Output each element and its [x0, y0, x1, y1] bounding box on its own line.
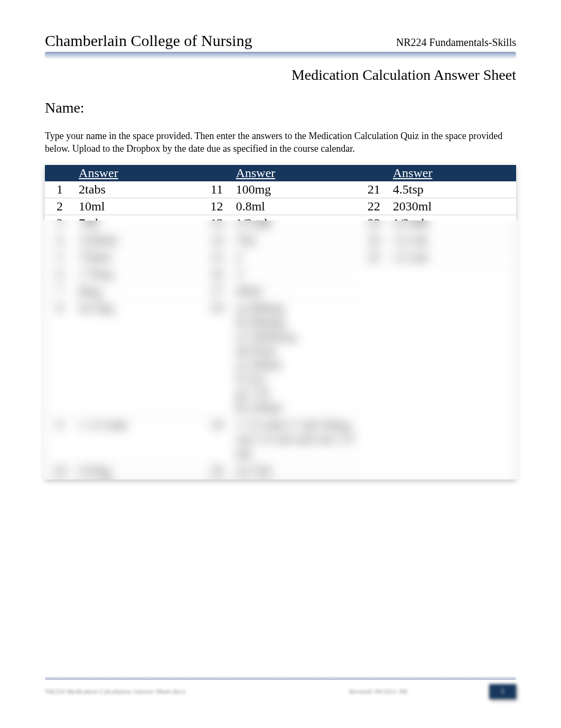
- header-blank-2: [202, 165, 231, 181]
- answer-number: 10: [45, 462, 74, 478]
- answer-table: Answer Answer Answer 12tabs11100mg214.5t…: [45, 165, 516, 479]
- answer-number: 16: [202, 265, 231, 282]
- table-row: 100.5mg2022.7ml: [45, 462, 516, 478]
- answer-value: [389, 462, 516, 478]
- college-name: Chamberlain College of Nursing: [45, 32, 252, 50]
- header-blank-1: [45, 165, 74, 181]
- footer-line: [45, 677, 516, 680]
- answer-number: 18: [202, 299, 231, 416]
- answer-value: [389, 299, 516, 416]
- answer-value: 40ml: [231, 282, 359, 299]
- answer-number: 5: [45, 248, 74, 265]
- footer-left-text: NR224 Medication Calculation Answer Shee…: [45, 687, 267, 696]
- answer-value: 7ml: [74, 215, 202, 232]
- answer-number: [359, 299, 389, 416]
- answer-value: 750ml: [74, 248, 202, 265]
- answer-number: 13: [202, 215, 231, 232]
- answer-number: 12: [202, 198, 231, 215]
- answer-value: 100mg: [231, 181, 359, 198]
- footer: NR224 Medication Calculation Answer Shee…: [45, 677, 516, 699]
- answer-number: 21: [359, 181, 389, 198]
- answer-number: 2: [45, 198, 74, 215]
- answer-number: 23: [359, 215, 389, 232]
- answer-number: 17: [202, 282, 231, 299]
- answer-value: 1 Tbsp: [74, 265, 202, 282]
- table-row: 78mg1740ml: [45, 282, 516, 299]
- answer-number: 4: [45, 232, 74, 248]
- answer-value: [389, 265, 516, 282]
- answer-number: 8: [45, 299, 74, 416]
- answer-value: [389, 416, 516, 462]
- header-row: Chamberlain College of Nursing NR224 Fun…: [45, 32, 516, 50]
- answer-value: 1 1/2 tabs=1 tab 50mg, one 1/2 tab and o…: [231, 416, 359, 462]
- answer-value: 1/2 tab: [389, 232, 516, 248]
- answer-number: 11: [202, 181, 231, 198]
- answer-table-wrap: Answer Answer Answer 12tabs11100mg214.5t…: [45, 165, 516, 479]
- table-row: 862.5kg18a) 400mg b) 600mg c) 1000mcg d)…: [45, 299, 516, 416]
- answer-value: 62.5kg: [74, 299, 202, 416]
- answer-value: 0.8ml: [231, 198, 359, 215]
- table-row: 37ml131/2 tab231/2 tab: [45, 215, 516, 232]
- answer-value: 3: [231, 265, 359, 282]
- answer-value: 10ml: [74, 198, 202, 215]
- table-row: 41200ml147ml241/2 tab: [45, 232, 516, 248]
- page-badge: 1: [489, 684, 516, 699]
- table-row: 210ml120.8ml222030ml: [45, 198, 516, 215]
- header-answer-1: Answer: [74, 165, 202, 181]
- answer-value: 2030ml: [389, 198, 516, 215]
- answer-number: 3: [45, 215, 74, 232]
- answer-number: 25: [359, 248, 389, 265]
- answer-value: a) 400mg b) 600mg c) 1000mcg d) 65ml e) …: [231, 299, 359, 416]
- answer-value: 4.5tsp: [389, 181, 516, 198]
- answer-number: 19: [202, 416, 231, 462]
- answer-number: 24: [359, 232, 389, 248]
- answer-value: 22.7ml: [231, 462, 359, 478]
- answer-number: 15: [202, 248, 231, 265]
- answer-value: 7ml: [231, 232, 359, 248]
- footer-row: NR224 Medication Calculation Answer Shee…: [45, 684, 516, 699]
- answer-number: [359, 282, 389, 299]
- answer-number: 7: [45, 282, 74, 299]
- header-answer-2: Answer: [231, 165, 359, 181]
- answer-number: 14: [202, 232, 231, 248]
- answer-value: 1/2 tab: [231, 215, 359, 232]
- answer-number: 9: [45, 416, 74, 462]
- answer-value: [389, 282, 516, 299]
- answer-number: [359, 462, 389, 478]
- answer-value: 2: [231, 248, 359, 265]
- answer-number: 22: [359, 198, 389, 215]
- answer-number: 20: [202, 462, 231, 478]
- answer-value: 2tabs: [74, 181, 202, 198]
- name-label: Name:: [45, 99, 516, 116]
- answer-number: 6: [45, 265, 74, 282]
- footer-center-text: Revised: 09/2011 JM: [267, 687, 490, 696]
- answer-value: 0.5mg: [74, 462, 202, 478]
- answer-number: 1: [45, 181, 74, 198]
- header-underline: [45, 52, 516, 57]
- answer-number: [359, 265, 389, 282]
- course-code: NR224 Fundamentals-Skills: [396, 36, 516, 49]
- answer-number: [359, 416, 389, 462]
- answer-value: 1/2 tab: [389, 215, 516, 232]
- table-row: 12tabs11100mg214.5tsp: [45, 181, 516, 198]
- answer-value: 1200ml: [74, 232, 202, 248]
- document-title: Medication Calculation Answer Sheet: [45, 67, 516, 84]
- table-row: 61 Tbsp163: [45, 265, 516, 282]
- table-row: 91 1/2 tabs191 1/2 tabs=1 tab 50mg, one …: [45, 416, 516, 462]
- answer-value: 1 1/2 tabs: [74, 416, 202, 462]
- answer-value: 8mg: [74, 282, 202, 299]
- table-row: 5750ml152251/2 tab: [45, 248, 516, 265]
- table-header-row: Answer Answer Answer: [45, 165, 516, 181]
- answer-value: 1/2 tab: [389, 248, 516, 265]
- header-answer-3: Answer: [389, 165, 516, 181]
- instructions-text: Type your name in the space provided. Th…: [45, 130, 516, 155]
- header-blank-3: [359, 165, 389, 181]
